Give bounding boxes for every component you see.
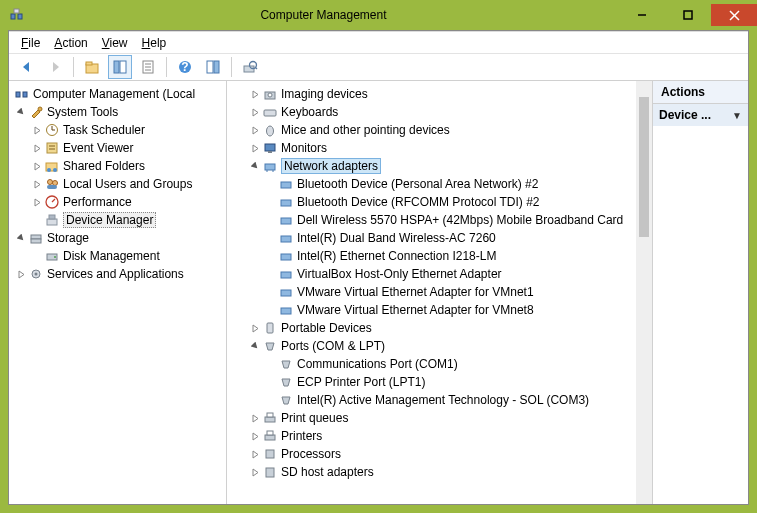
node-monitors[interactable]: Monitors bbox=[227, 139, 652, 157]
tree-device-manager[interactable]: Device Manager bbox=[9, 211, 227, 229]
window-controls bbox=[619, 4, 757, 26]
svg-rect-9 bbox=[114, 61, 119, 73]
toolbar: ? bbox=[9, 53, 748, 81]
expand-icon[interactable] bbox=[249, 414, 261, 423]
tree-local-users[interactable]: Local Users and Groups bbox=[9, 175, 227, 193]
expand-icon[interactable] bbox=[249, 144, 261, 153]
separator bbox=[231, 57, 232, 77]
svg-point-44 bbox=[54, 256, 56, 258]
node-mice[interactable]: Mice and other pointing devices bbox=[227, 121, 652, 139]
svg-rect-10 bbox=[120, 61, 126, 73]
menubar: File Action View Help bbox=[9, 31, 748, 53]
node-print-queues[interactable]: Print queues bbox=[227, 409, 652, 427]
tree-task-scheduler[interactable]: Task Scheduler bbox=[9, 121, 227, 139]
expand-icon[interactable] bbox=[249, 90, 261, 99]
menu-view[interactable]: View bbox=[96, 34, 134, 52]
net-intel-eth[interactable]: Intel(R) Ethernet Connection I218-LM bbox=[227, 247, 652, 265]
center-scrollbar[interactable] bbox=[636, 81, 652, 504]
tree-system-tools[interactable]: System Tools bbox=[9, 103, 227, 121]
collapse-icon[interactable] bbox=[249, 162, 261, 171]
tree-services[interactable]: Services and Applications bbox=[9, 265, 227, 283]
svg-rect-42 bbox=[31, 239, 41, 243]
svg-rect-62 bbox=[281, 290, 291, 296]
net-bt-pan[interactable]: Bluetooth Device (Personal Area Network)… bbox=[227, 175, 652, 193]
nic-icon bbox=[278, 230, 294, 246]
forward-button[interactable] bbox=[43, 55, 67, 79]
tree-disk-management[interactable]: Disk Management bbox=[9, 247, 227, 265]
console-tree[interactable]: Computer Management (Local System Tools … bbox=[9, 81, 227, 504]
expand-icon[interactable] bbox=[15, 270, 27, 279]
help-button[interactable]: ? bbox=[173, 55, 197, 79]
scan-hardware-button[interactable] bbox=[238, 55, 262, 79]
tree-shared-folders[interactable]: Shared Folders bbox=[9, 157, 227, 175]
node-imaging[interactable]: Imaging devices bbox=[227, 85, 652, 103]
expand-icon[interactable] bbox=[31, 180, 43, 189]
tree-root[interactable]: Computer Management (Local bbox=[9, 85, 227, 103]
maximize-button[interactable] bbox=[665, 4, 711, 26]
net-vbox[interactable]: VirtualBox Host-Only Ethernet Adapter bbox=[227, 265, 652, 283]
port-icon bbox=[278, 374, 294, 390]
collapse-icon[interactable] bbox=[15, 108, 27, 117]
menu-action[interactable]: Action bbox=[48, 34, 93, 52]
close-button[interactable] bbox=[711, 4, 757, 26]
mmc-icon bbox=[14, 86, 30, 102]
camera-icon bbox=[262, 86, 278, 102]
expand-icon[interactable] bbox=[249, 126, 261, 135]
node-ports[interactable]: Ports (COM & LPT) bbox=[227, 337, 652, 355]
tree-performance[interactable]: Performance bbox=[9, 193, 227, 211]
port-amt[interactable]: Intel(R) Active Management Technology - … bbox=[227, 391, 652, 409]
svg-rect-67 bbox=[265, 435, 275, 440]
svg-point-24 bbox=[38, 107, 42, 111]
node-keyboards[interactable]: Keyboards bbox=[227, 103, 652, 121]
node-printers[interactable]: Printers bbox=[227, 427, 652, 445]
svg-point-46 bbox=[35, 273, 38, 276]
svg-rect-70 bbox=[266, 468, 274, 477]
collapse-icon[interactable] bbox=[15, 234, 27, 243]
node-sd-host[interactable]: SD host adapters bbox=[227, 463, 652, 481]
network-icon bbox=[262, 158, 278, 174]
up-button[interactable] bbox=[80, 55, 104, 79]
storage-icon bbox=[28, 230, 44, 246]
port-com1[interactable]: Communications Port (COM1) bbox=[227, 355, 652, 373]
expand-icon[interactable] bbox=[249, 432, 261, 441]
expand-icon[interactable] bbox=[249, 324, 261, 333]
properties-button[interactable] bbox=[136, 55, 160, 79]
svg-rect-51 bbox=[265, 144, 275, 151]
expand-icon[interactable] bbox=[249, 468, 261, 477]
svg-rect-18 bbox=[214, 61, 219, 73]
show-hide-tree-button[interactable] bbox=[108, 55, 132, 79]
collapse-icon[interactable] bbox=[249, 342, 261, 351]
net-vmnet8[interactable]: VMware Virtual Ethernet Adapter for VMne… bbox=[227, 301, 652, 319]
svg-rect-22 bbox=[16, 92, 20, 97]
expand-icon[interactable] bbox=[31, 198, 43, 207]
expand-icon[interactable] bbox=[31, 144, 43, 153]
svg-rect-69 bbox=[266, 450, 274, 458]
device-tree[interactable]: Imaging devices Keyboards Mice and other… bbox=[227, 81, 653, 504]
expand-icon[interactable] bbox=[31, 126, 43, 135]
tree-event-viewer[interactable]: Event Viewer bbox=[9, 139, 227, 157]
net-dell-wwan[interactable]: Dell Wireless 5570 HSPA+ (42Mbps) Mobile… bbox=[227, 211, 652, 229]
svg-point-32 bbox=[47, 168, 51, 172]
net-intel-wifi[interactable]: Intel(R) Dual Band Wireless-AC 7260 bbox=[227, 229, 652, 247]
expand-icon[interactable] bbox=[31, 162, 43, 171]
action-pane-button[interactable] bbox=[201, 55, 225, 79]
minimize-button[interactable] bbox=[619, 4, 665, 26]
svg-rect-56 bbox=[281, 182, 291, 188]
menu-file[interactable]: File bbox=[15, 34, 46, 52]
tree-storage[interactable]: Storage bbox=[9, 229, 227, 247]
expand-icon[interactable] bbox=[249, 450, 261, 459]
menu-help[interactable]: Help bbox=[136, 34, 173, 52]
printer-icon bbox=[262, 410, 278, 426]
net-vmnet1[interactable]: VMware Virtual Ethernet Adapter for VMne… bbox=[227, 283, 652, 301]
nic-icon bbox=[278, 284, 294, 300]
actions-context[interactable]: Device ... ▼ bbox=[653, 104, 748, 126]
node-processors[interactable]: Processors bbox=[227, 445, 652, 463]
back-button[interactable] bbox=[15, 55, 39, 79]
port-lpt1[interactable]: ECP Printer Port (LPT1) bbox=[227, 373, 652, 391]
net-bt-rfcomm[interactable]: Bluetooth Device (RFCOMM Protocol TDI) #… bbox=[227, 193, 652, 211]
expand-icon[interactable] bbox=[249, 108, 261, 117]
cpu-icon bbox=[262, 446, 278, 462]
node-network[interactable]: Network adapters bbox=[227, 157, 652, 175]
svg-rect-63 bbox=[281, 308, 291, 314]
node-portable[interactable]: Portable Devices bbox=[227, 319, 652, 337]
